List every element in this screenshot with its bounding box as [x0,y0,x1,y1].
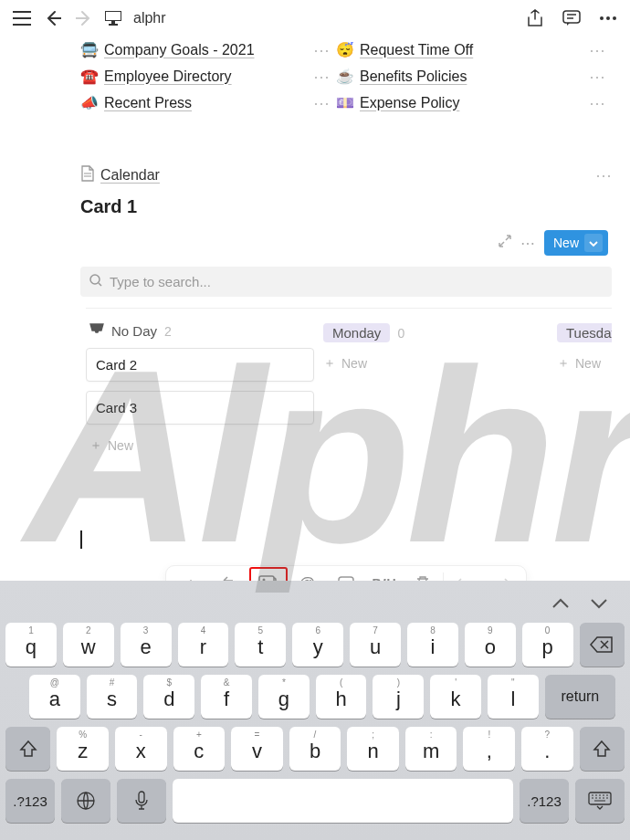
svg-rect-1 [106,12,121,20]
board-column: Tuesday 0 ＋New [553,320,612,457]
key-,[interactable]: !, [463,727,515,771]
board-column: Monday 0 ＋New [320,320,548,457]
key-m[interactable]: :m [405,727,457,771]
svg-rect-4 [563,11,580,23]
key-l[interactable]: "l [488,675,539,719]
link-item[interactable]: 💷Expense Policy⋯ [336,89,612,116]
more-icon[interactable]: ⋯ [589,40,606,60]
shift-key[interactable] [580,727,625,771]
key-h[interactable]: (h [316,675,367,719]
svg-point-6 [606,16,610,20]
key-d[interactable]: $d [143,675,194,719]
svg-point-5 [600,16,604,20]
plus-icon: ＋ [89,437,102,454]
more-icon[interactable] [597,7,619,29]
key-b[interactable]: /b [289,727,341,771]
key-i[interactable]: 8i [407,623,458,667]
key-j[interactable]: )j [373,675,424,719]
key-x[interactable]: -x [115,727,167,771]
expand-icon[interactable] [499,235,511,251]
key-u[interactable]: 7u [350,623,401,667]
link-item[interactable]: ☎️Employee Directory⋯ [80,63,336,89]
numeric-key[interactable]: .?123 [5,779,55,823]
back-button[interactable] [42,7,64,29]
key-o[interactable]: 9o [465,623,516,667]
key-k[interactable]: 'k [430,675,481,719]
key-s[interactable]: #s [87,675,138,719]
add-card-button[interactable]: ＋New [86,434,314,457]
chevron-down-icon[interactable] [590,596,608,613]
link-item[interactable]: ☕️Benefits Policies⋯ [336,63,612,89]
more-icon[interactable]: ⋯ [313,67,331,87]
card[interactable]: Card 3 [86,391,314,425]
new-button[interactable]: New [544,230,608,256]
link-item[interactable]: 🚍Company Goals - 2021⋯ [80,37,336,63]
links-section: 🚍Company Goals - 2021⋯ ☎️Employee Direct… [80,37,612,116]
more-icon[interactable]: ⋯ [520,235,535,252]
page-title[interactable]: alphr [133,10,166,26]
chevron-up-icon[interactable] [551,596,570,613]
key-g[interactable]: *g [258,675,310,719]
calendar-link[interactable]: Calendar ⋯ [80,162,612,189]
board-title[interactable]: Card 1 [80,196,612,217]
chevron-down-icon[interactable] [584,234,603,252]
key-z[interactable]: %z [57,727,109,771]
board: No Day 2 Card 2 Card 3 ＋New Monday 0 ＋Ne… [86,308,612,457]
key-r[interactable]: 4r [178,623,229,667]
document-icon [80,165,95,185]
plus-icon: ＋ [323,355,336,372]
card[interactable]: Card 2 [86,348,314,382]
page-icon [104,9,122,27]
globe-key[interactable] [61,779,110,823]
comments-icon[interactable] [561,7,583,29]
numeric-key[interactable]: .?123 [520,779,569,823]
key-v[interactable]: =v [231,727,283,771]
mic-key[interactable] [117,779,166,823]
add-card-button[interactable]: ＋New [320,352,548,375]
menu-icon[interactable] [11,7,33,29]
key-q[interactable]: 1q [5,623,57,667]
space-key[interactable] [173,779,513,823]
shift-key[interactable] [5,727,50,771]
svg-rect-2 [111,21,115,24]
more-icon[interactable]: ⋯ [313,40,331,60]
key-c[interactable]: +c [173,727,226,771]
key-n[interactable]: ;n [347,727,399,771]
search-icon [89,274,102,289]
svg-point-8 [90,275,100,284]
svg-point-7 [613,16,616,20]
svg-rect-3 [109,24,118,26]
link-item[interactable]: 😴Request Time Off⋯ [336,37,612,63]
more-icon[interactable]: ⋯ [589,93,606,113]
board-column: No Day 2 Card 2 Card 3 ＋New [86,320,314,457]
return-key[interactable]: return [545,675,615,719]
key-.[interactable]: ?. [521,727,573,771]
backspace-key[interactable] [580,623,625,667]
svg-rect-14 [139,792,144,803]
more-icon[interactable]: ⋯ [589,67,606,87]
top-bar: alphr [0,0,630,37]
key-a[interactable]: @a [29,675,80,719]
key-y[interactable]: 6y [292,623,343,667]
hide-keyboard-key[interactable] [575,779,625,823]
key-w[interactable]: 2w [63,623,114,667]
inbox-icon [89,323,104,339]
add-card-button[interactable]: ＋New [553,352,612,375]
key-f[interactable]: &f [201,675,252,719]
forward-button [73,7,95,29]
more-icon[interactable]: ⋯ [595,165,612,185]
key-e[interactable]: 3e [121,623,172,667]
share-icon[interactable] [524,7,546,29]
key-p[interactable]: 0p [522,623,573,667]
search-input[interactable]: Type to search... [80,267,612,297]
onscreen-keyboard: 1q2w3e4r5t6y7u8i9o0p @a#s$d&f*g(h)j'k"lr… [0,581,630,840]
plus-icon: ＋ [557,355,570,372]
text-cursor[interactable] [80,530,612,549]
more-icon[interactable]: ⋯ [313,93,331,113]
key-t[interactable]: 5t [235,623,286,667]
link-item[interactable]: 📣Recent Press⋯ [80,89,336,116]
